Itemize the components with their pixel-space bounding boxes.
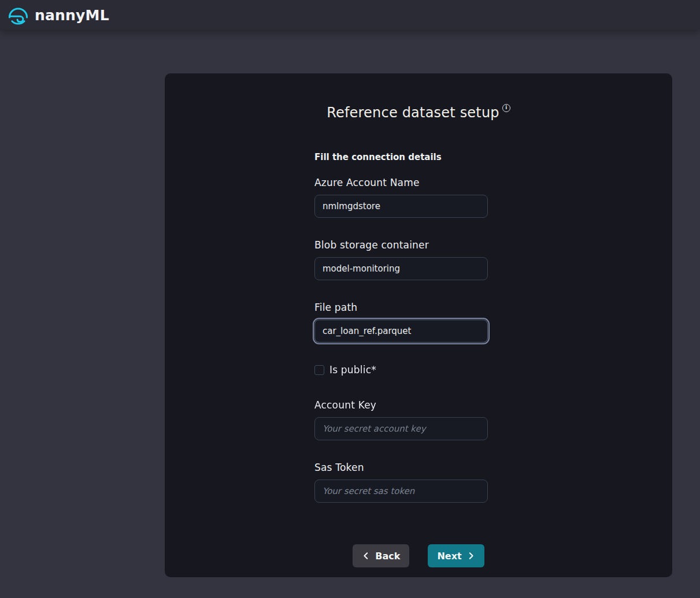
field-account-key: Account Key xyxy=(314,398,488,440)
sas-token-input[interactable] xyxy=(314,480,488,503)
brand-name: nannyML xyxy=(35,7,109,24)
file-path-label: File path xyxy=(314,300,488,314)
top-navigation-bar: nannyML xyxy=(0,0,700,30)
nannyml-logo-icon xyxy=(7,4,29,27)
blob-storage-container-label: Blob storage container xyxy=(314,238,488,252)
account-key-label: Account Key xyxy=(314,398,488,412)
card-title-row: Reference dataset setupi xyxy=(165,103,672,124)
section-heading: Fill the connection details xyxy=(314,151,488,163)
file-path-input[interactable] xyxy=(314,320,488,343)
wizard-navigation-buttons: Back Next xyxy=(165,544,672,567)
chevron-left-icon xyxy=(362,552,370,560)
field-azure-account-name: Azure Account Name xyxy=(314,176,488,218)
sas-token-label: Sas Token xyxy=(314,460,488,474)
nannyml-logo[interactable]: nannyML xyxy=(7,4,109,27)
field-file-path: File path xyxy=(314,300,488,343)
page-title: Reference dataset setup xyxy=(327,105,499,121)
reference-dataset-setup-card: Reference dataset setupi Fill the connec… xyxy=(165,73,672,577)
chevron-right-icon xyxy=(467,552,475,560)
info-icon[interactable]: i xyxy=(502,104,510,112)
connection-form: Fill the connection details Azure Accoun… xyxy=(314,151,488,503)
blob-storage-container-input[interactable] xyxy=(314,257,488,280)
back-button[interactable]: Back xyxy=(353,544,409,567)
account-key-input[interactable] xyxy=(314,417,488,440)
azure-account-name-input[interactable] xyxy=(314,195,488,218)
field-sas-token: Sas Token xyxy=(314,460,488,503)
field-blob-storage-container: Blob storage container xyxy=(314,238,488,280)
is-public-label: Is public* xyxy=(329,364,376,376)
is-public-row: Is public* xyxy=(314,363,488,377)
next-button[interactable]: Next xyxy=(428,544,484,567)
back-button-label: Back xyxy=(375,551,400,562)
azure-account-name-label: Azure Account Name xyxy=(314,176,488,190)
is-public-checkbox[interactable] xyxy=(314,365,324,375)
next-button-label: Next xyxy=(437,551,461,562)
